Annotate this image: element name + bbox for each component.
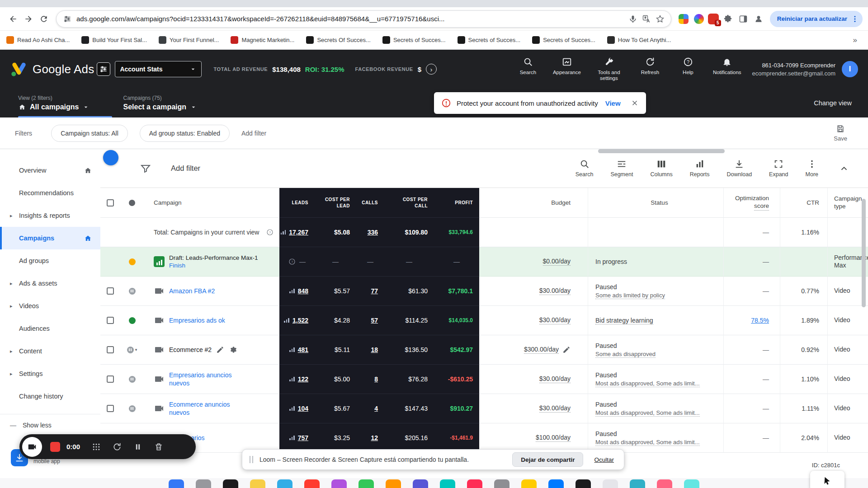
cost-per-lead-column-header[interactable]: COST PER LEAD [315,188,356,218]
pause-recording-icon[interactable] [133,442,142,451]
extension-colorful-icon[interactable] [679,14,689,24]
header-nav-refresh[interactable]: Refresh [637,57,663,75]
bookmark-item[interactable]: Secrets of Succes... [382,36,446,44]
sidebar-item-audiences[interactable]: Audiences [0,317,100,340]
dock-app-icon[interactable] [413,479,428,488]
leads-link[interactable]: 17,267 [289,229,308,236]
finish-link[interactable]: Finish [169,262,258,269]
header-nav-tools-and-settings[interactable]: Tools and settings [593,57,625,81]
dock-app-icon[interactable] [331,479,347,488]
campaign-name-link[interactable]: Ecommerce anuncios nuevos [169,400,237,417]
campaign-name-link[interactable]: Amazon FBA #2 [169,287,215,295]
google-ads-logo[interactable] [10,60,28,78]
status-detail-link[interactable]: Most ads disapproved, Some ads limit... [595,380,700,387]
header-nav-help[interactable]: ?Help [675,57,701,75]
stop-sharing-button[interactable]: Dejar de compartir [512,452,583,467]
bookmark-item[interactable]: Secrets of Succes... [532,36,595,44]
row-checkbox[interactable] [107,346,114,353]
dock-app-icon[interactable] [630,479,645,488]
floating-blue-button[interactable] [103,150,118,165]
toolbar-segment-button[interactable]: Segment [610,159,633,178]
status-paused-icon[interactable] [129,376,136,383]
status-paused-icon[interactable] [127,347,134,353]
campaign-name-link[interactable]: Ecommerce #2 [169,346,212,354]
status-detail-link[interactable]: Most ads disapproved, Some ads limit... [595,439,700,446]
dock-app-icon[interactable] [603,479,618,488]
select-all-checkbox[interactable] [107,199,114,206]
grid-icon[interactable] [92,442,101,451]
sidebar-item-ad-groups[interactable]: Ad groups [0,249,100,272]
table-add-filter[interactable]: Add filter [171,164,200,173]
toolbar-download-button[interactable]: Download [727,159,752,178]
dock-app-icon[interactable] [521,479,537,488]
close-icon[interactable] [631,99,639,107]
optimization-score-link[interactable]: 78.5% [751,317,769,324]
sidebar-item-ads-assets[interactable]: ▸Ads & assets [0,272,100,295]
leads-column-header[interactable]: LEADS [279,188,315,218]
save-button[interactable]: Save [834,124,847,142]
leads-link[interactable]: 757 [298,434,308,441]
dock-app-icon[interactable] [304,479,320,488]
status-column-header[interactable]: Status [588,188,723,218]
calls-link[interactable]: 8 [374,375,378,383]
budget-value[interactable]: $30.00/day [539,287,571,295]
leads-link[interactable]: 848 [298,287,308,295]
row-checkbox[interactable] [107,287,114,295]
dock-app-icon[interactable] [223,479,238,488]
chrome-menu-icon[interactable] [851,15,859,23]
header-nav-appearance[interactable]: Appearance [553,57,581,75]
dock-app-icon[interactable] [548,479,564,488]
leads-link[interactable]: 104 [298,405,308,412]
drag-handle-icon[interactable] [250,456,253,463]
header-nav-notifications[interactable]: Notifications [713,57,741,75]
dock-app-icon[interactable] [250,479,265,488]
budget-value[interactable]: $30.00/day [539,404,571,413]
delete-recording-icon[interactable] [154,442,163,451]
bookmarks-overflow-icon[interactable]: » [849,36,862,45]
bookmark-star-icon[interactable] [656,14,665,23]
restart-to-update-button[interactable]: Reiniciar para actualizar [770,11,863,27]
extension-pinwheel-icon[interactable] [694,14,704,24]
budget-value[interactable]: $30.00/day [539,316,571,324]
extensions-puzzle-icon[interactable] [722,13,734,25]
side-panel-icon[interactable] [737,13,750,25]
cost-per-call-column-header[interactable]: COST PER CALL [384,188,434,218]
bookmark-item[interactable]: Your First Funnel... [159,36,219,44]
bookmark-item[interactable]: Read Ao Ashi Cha... [6,36,70,44]
bookmark-item[interactable]: Magnetic Marketin... [231,36,294,44]
sidebar-item-content[interactable]: ▸Content [0,340,100,362]
dock-app-icon[interactable] [196,479,211,488]
mic-icon[interactable] [628,14,637,23]
dock-app-icon[interactable] [494,479,509,488]
ctr-column-header[interactable]: CTR [780,188,827,218]
avatar[interactable]: I [842,61,858,77]
campaign-name-link[interactable]: Empresarios anuncios nuevos [169,371,237,387]
dock-app-icon[interactable] [440,479,455,488]
status-detail-link[interactable]: Some ads disapproved [595,351,656,358]
budget-value[interactable]: $100.00/day [536,434,571,442]
row-checkbox[interactable] [107,375,114,383]
campaign-selector[interactable]: Campaigns (75) Select a campaign [123,95,197,111]
stats-extension-icon[interactable] [97,62,110,76]
calls-link[interactable]: 12 [371,434,378,441]
dock-app-icon[interactable] [657,479,672,488]
calls-column-header[interactable]: CALLS [356,188,384,218]
dock-app-icon[interactable] [386,479,401,488]
next-stat-button[interactable]: › [426,64,437,75]
row-checkbox[interactable] [107,317,114,324]
dock-app-icon[interactable] [576,479,591,488]
site-settings-icon[interactable] [63,14,72,23]
calls-link[interactable]: 336 [368,229,378,236]
header-nav-search[interactable]: Search [515,57,541,75]
leads-link[interactable]: 1,522 [292,317,308,324]
select-all-cell[interactable] [100,188,120,218]
optimization-column-header[interactable]: Optimizationscore [723,188,780,218]
toolbar-more-button[interactable]: More [806,159,818,178]
vertical-scrollbar[interactable] [862,199,866,307]
leads-link[interactable]: 481 [298,346,308,353]
stop-recording-button[interactable] [50,442,60,452]
dock-app-icon[interactable] [169,479,184,488]
status-detail-link[interactable]: Some ads limited by policy [595,292,665,299]
add-filter-link[interactable]: Add filter [241,130,266,137]
show-less-button[interactable]: — Show less [0,414,100,436]
